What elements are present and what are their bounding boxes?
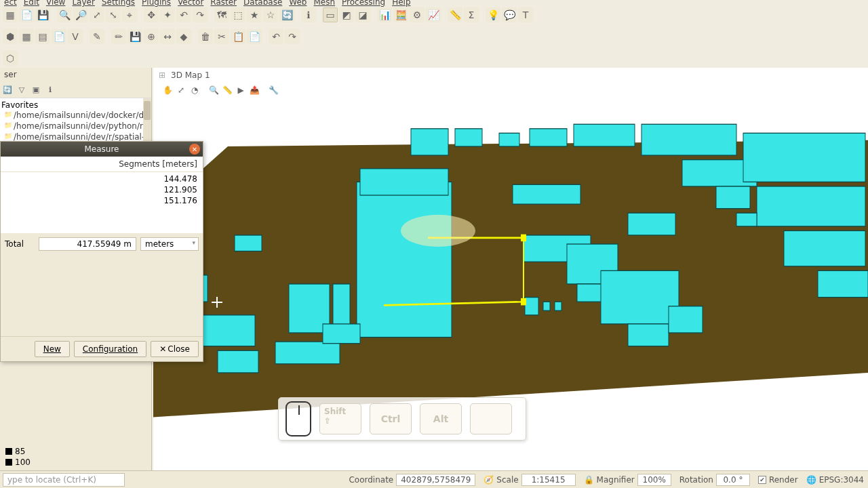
text-annotation-icon[interactable]: T [518,7,533,22]
crs-icon[interactable]: 🌐 [806,475,816,485]
render-checkbox[interactable]: ✔ [758,476,766,484]
new-3d-icon[interactable]: ⬚ [231,7,245,22]
pan-icon[interactable]: ✥ [144,7,159,22]
segments-list: 144.478 121.905 151.176 [1,172,203,233]
close-icon[interactable]: ✕ [189,144,200,155]
magnifier-value[interactable]: 100% [637,474,671,486]
svg-rect-16 [555,302,561,310]
main-toolbar: ▦ 📄 💾 🔍 🔎 ⤢ ⤡ ⌖ ✥ ✦ ↶ ↷ 🗺 ⬚ ★ ☆ 🔄 ℹ ▭ ◩ … [0,5,868,24]
layer-item[interactable]: 85 [5,446,146,457]
add-feature-icon[interactable]: ⊕ [144,29,159,44]
open-icon[interactable]: 📄 [19,7,34,22]
refresh-browser-icon[interactable]: 🔄 [1,83,14,96]
measure-titlebar[interactable]: Measure ✕ [1,142,203,157]
add-raster-icon[interactable]: ▦ [19,29,34,44]
3d-pan-icon[interactable]: ✋ [161,84,174,96]
scale-value[interactable]: 1:15415 [521,474,576,486]
maptip-icon[interactable]: 💡 [486,7,500,22]
edit-pencil-icon[interactable]: ✏ [111,29,126,44]
sigma-icon[interactable]: Σ [464,7,479,22]
settings-browser-icon[interactable]: ℹ [44,83,56,96]
scale-icon: 🧭 [484,475,494,485]
zoom-native-icon[interactable]: ⌖ [122,7,137,22]
blank-key [470,403,512,434]
browser-scrollbar[interactable] [143,98,151,144]
new-bookmark-icon[interactable]: ★ [247,7,262,22]
svg-point-38 [401,215,475,247]
layer-item[interactable]: 100 [5,457,146,468]
svg-rect-10 [275,342,340,364]
stats-icon[interactable]: 📈 [426,7,441,22]
svg-rect-20 [628,324,669,346]
redo-icon[interactable]: ↷ [285,29,300,44]
3d-export-icon[interactable]: 📤 [248,84,260,96]
zoom-last-icon[interactable]: ↶ [176,7,191,22]
node-tool-icon[interactable]: ◆ [176,29,191,44]
table-icon[interactable]: 📊 [377,7,392,22]
toggle-edit-icon[interactable]: ✎ [90,29,104,44]
filter-browser-icon[interactable]: ▽ [16,83,28,96]
segment-value: 144.478 [6,174,197,184]
new-button[interactable]: New [35,341,70,357]
zoom-in-icon[interactable]: 🔍 [57,7,72,22]
lock-icon[interactable]: 🔒 [584,475,594,485]
configuration-button[interactable]: Configuration [74,341,146,357]
svg-rect-15 [543,302,550,310]
cut-icon[interactable]: ✂ [214,29,229,44]
add-vector-icon[interactable]: ⬢ [3,29,18,44]
bookmarks-icon[interactable]: ☆ [263,7,278,22]
select-all-icon[interactable]: ◩ [339,7,354,22]
field-calc-icon[interactable]: 🧮 [393,7,408,22]
plugin-icon[interactable]: ⬡ [3,51,18,66]
svg-rect-5 [235,235,262,251]
coordinate-value[interactable]: 402879,5758479 [396,474,475,486]
select-icon[interactable]: ▭ [323,7,338,22]
identify-icon[interactable]: ℹ [301,7,316,22]
zoom-layer-icon[interactable]: ⤡ [106,7,121,22]
zoom-out-icon[interactable]: 🔎 [73,7,88,22]
mouse-icon [285,401,311,436]
new-project-icon[interactable]: ▦ [3,7,18,22]
svg-rect-32 [784,230,865,266]
add-mesh-icon[interactable]: ▤ [35,29,50,44]
zoom-next-icon[interactable]: ↷ [193,7,208,22]
save-icon[interactable]: 💾 [35,7,50,22]
add-virtual-icon[interactable]: V [68,29,83,44]
favorite-path[interactable]: /home/ismailsunni/dev/python/ro [4,121,147,131]
zoom-full-icon[interactable]: ⤢ [90,7,104,22]
close-button[interactable]: ✕Close [151,341,199,357]
delete-icon[interactable]: 🗑 [198,29,213,44]
new-map-icon[interactable]: 🗺 [214,7,229,22]
rotation-value[interactable]: 0.0 ° [716,474,750,486]
svg-rect-19 [601,270,679,324]
copy-icon[interactable]: 📋 [231,29,245,44]
move-feature-icon[interactable]: ↔ [160,29,175,44]
measure-dialog[interactable]: Measure ✕ Segments [meters] 144.478 121.… [0,141,203,362]
3d-settings-icon[interactable]: 🔧 [267,84,279,96]
locator-input[interactable]: ype to locate (Ctrl+K) [3,473,125,487]
svg-rect-3 [357,182,452,337]
add-delimited-icon[interactable]: 📄 [52,29,66,44]
processing-icon[interactable]: ⚙ [410,7,425,22]
3d-identify-icon[interactable]: 🔍 [208,84,220,96]
3d-zoom-full-icon[interactable]: ⤢ [175,84,187,96]
digitize-toolbar: ⬢ ▦ ▤ 📄 V ✎ ✏ 💾 ⊕ ↔ ◆ 🗑 ✂ 📋 📄 ↶ ↷ [0,27,868,46]
favorite-path[interactable]: /home/ismailsunni/dev/docker/dc [4,110,147,121]
collapse-icon[interactable]: ▣ [30,83,42,96]
unit-select[interactable]: meters [140,237,199,251]
rotation-label: Rotation [679,475,713,485]
measure-icon[interactable]: 📏 [448,7,462,22]
annotation-icon[interactable]: 💬 [502,7,517,22]
pan-selection-icon[interactable]: ✦ [160,7,175,22]
deselect-icon[interactable]: ◪ [355,7,370,22]
favorites-header[interactable]: Favorites [1,100,147,110]
refresh-icon[interactable]: 🔄 [279,7,294,22]
paste-icon[interactable]: 📄 [247,29,262,44]
save-edits-icon[interactable]: 💾 [127,29,142,44]
3d-measure-icon[interactable]: 📏 [221,84,233,96]
undo-icon[interactable]: ↶ [269,29,283,44]
3d-fly-icon[interactable]: ◔ [189,84,201,96]
crs-value[interactable]: EPSG:3044 [819,475,864,485]
3d-animation-icon[interactable]: ▶ [235,84,247,96]
3d-map-title: 3D Map 1 [171,70,210,80]
